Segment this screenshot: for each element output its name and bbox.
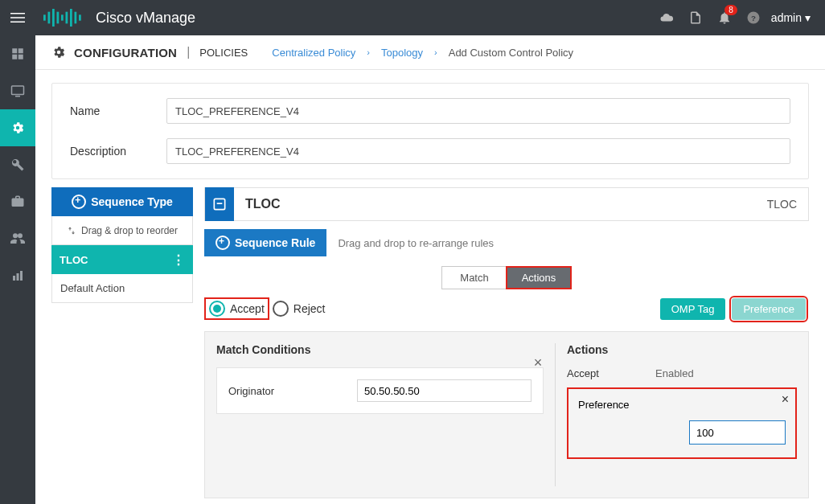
actions-box: Actions Accept Enabled × Preference	[556, 343, 797, 486]
content-area: CONFIGURATION | POLICIES Centralized Pol…	[35, 35, 825, 504]
svg-rect-5	[52, 9, 55, 27]
bell-icon[interactable]: 8	[710, 0, 739, 35]
page-subsection: POLICIES	[199, 47, 248, 59]
nav-configuration[interactable]	[0, 109, 35, 146]
tloc-badge-icon	[205, 187, 234, 221]
nav-administration[interactable]	[0, 220, 35, 257]
default-action-item[interactable]: Default Action	[51, 274, 193, 303]
nav-dashboard[interactable]	[0, 35, 35, 72]
svg-rect-3	[43, 14, 46, 20]
nav-tools[interactable]	[0, 146, 35, 183]
svg-rect-17	[18, 55, 23, 59]
page-header: CONFIGURATION | POLICIES Centralized Pol…	[35, 35, 825, 70]
chevron-down-icon: ▾	[805, 11, 811, 24]
omp-tag-chip[interactable]: OMP Tag	[660, 298, 726, 320]
reject-radio[interactable]	[273, 301, 289, 317]
svg-rect-11	[79, 14, 81, 20]
svg-rect-1	[10, 17, 25, 18]
tabs: Match Actions	[441, 266, 572, 289]
plus-icon	[215, 236, 230, 250]
menu-toggle[interactable]	[6, 6, 29, 29]
user-name: admin	[771, 11, 802, 24]
svg-rect-16	[12, 55, 17, 59]
page-title: CONFIGURATION	[74, 46, 177, 59]
reject-radio-group: Reject	[269, 299, 329, 318]
tab-actions[interactable]: Actions	[507, 267, 571, 289]
svg-rect-10	[75, 12, 77, 24]
svg-rect-21	[17, 273, 19, 281]
svg-rect-22	[20, 271, 23, 281]
nav-analytics[interactable]	[0, 257, 35, 294]
svg-rect-7	[61, 14, 64, 20]
cisco-logo	[43, 9, 88, 27]
preference-chip[interactable]: Preference	[732, 298, 806, 320]
accept-radio-group: Accept	[204, 297, 269, 320]
svg-rect-6	[57, 12, 60, 24]
svg-rect-18	[12, 86, 24, 95]
plus-icon	[72, 195, 86, 209]
svg-rect-8	[66, 12, 68, 24]
form-card: Name Description	[51, 83, 809, 179]
rule-panel: TLOC TLOC Sequence Rule Drag and drop to…	[204, 187, 809, 504]
notification-badge: 8	[724, 5, 737, 15]
gear-icon	[51, 45, 66, 59]
svg-rect-9	[70, 9, 72, 27]
svg-rect-2	[10, 22, 25, 23]
crumb-current: Add Custom Control Policy	[449, 47, 573, 59]
svg-text:?: ?	[751, 14, 756, 23]
reorder-icon	[67, 226, 76, 236]
close-icon[interactable]: ×	[530, 354, 546, 371]
svg-rect-24	[217, 203, 223, 204]
sequence-panel: Sequence Type Drag & drop to reorder TLO…	[51, 187, 193, 504]
sequence-item-tloc[interactable]: TLOC ⋮	[51, 245, 193, 274]
sequence-rule-button[interactable]: Sequence Rule	[204, 229, 326, 256]
svg-rect-19	[15, 96, 20, 97]
originator-input[interactable]	[357, 379, 532, 402]
cloud-icon[interactable]	[652, 0, 681, 35]
nav-monitor[interactable]	[0, 72, 35, 109]
nav-maintenance[interactable]	[0, 183, 35, 220]
rule-hint: Drag and drop to re-arrange rules	[338, 237, 494, 249]
user-menu[interactable]: admin ▾	[771, 11, 811, 24]
accept-radio[interactable]	[209, 301, 225, 317]
match-conditions-box: Match Conditions × Originator	[216, 343, 556, 486]
svg-rect-14	[12, 48, 17, 53]
preference-box: × Preference	[567, 387, 797, 459]
svg-rect-20	[13, 276, 15, 281]
tab-match[interactable]: Match	[442, 267, 507, 289]
name-label: Name	[70, 104, 166, 117]
kebab-icon[interactable]: ⋮	[172, 252, 185, 268]
originator-condition: × Originator	[216, 367, 544, 414]
crumb-topology[interactable]: Topology	[381, 47, 423, 59]
description-label: Description	[70, 145, 166, 158]
top-bar: Cisco vManage 8 ? admin ▾	[0, 0, 825, 35]
svg-rect-0	[10, 13, 25, 14]
side-nav	[0, 35, 35, 504]
svg-rect-4	[48, 12, 51, 24]
tloc-header: TLOC TLOC	[204, 187, 809, 221]
preference-input[interactable]	[689, 420, 786, 445]
sequence-type-button[interactable]: Sequence Type	[51, 187, 193, 216]
tasks-icon[interactable]	[681, 0, 710, 35]
help-icon[interactable]: ?	[739, 0, 768, 35]
drag-hint: Drag & drop to reorder	[51, 216, 193, 245]
svg-rect-15	[18, 48, 23, 53]
name-input[interactable]	[166, 98, 790, 124]
crumb-centralized-policy[interactable]: Centralized Policy	[272, 47, 355, 59]
close-icon[interactable]: ×	[782, 392, 789, 407]
description-input[interactable]	[166, 138, 790, 164]
brand-text: Cisco vManage	[96, 10, 195, 27]
